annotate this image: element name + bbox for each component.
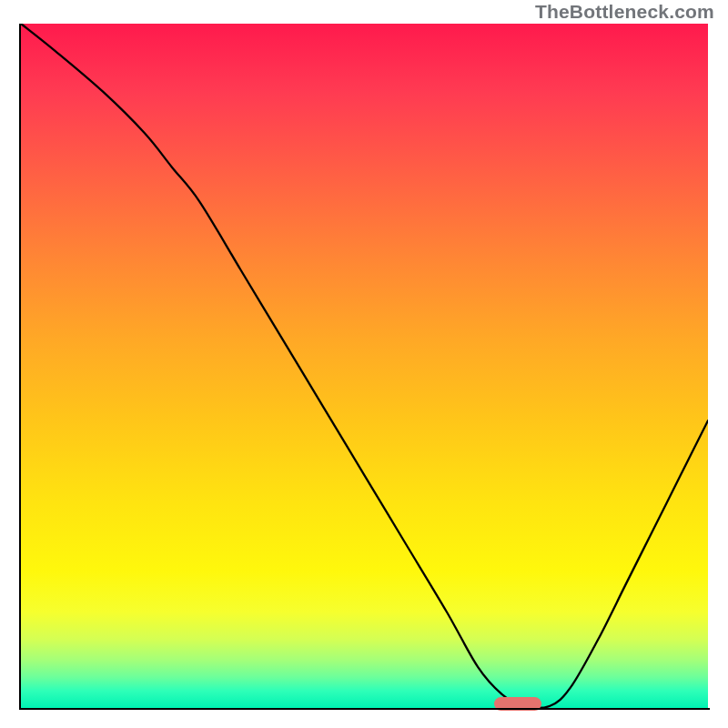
- y-axis: [19, 24, 21, 710]
- x-axis: [19, 708, 710, 710]
- watermark-text: TheBottleneck.com: [535, 1, 714, 23]
- heat-gradient-background: [21, 24, 708, 708]
- chart-stage: TheBottleneck.com: [0, 0, 728, 728]
